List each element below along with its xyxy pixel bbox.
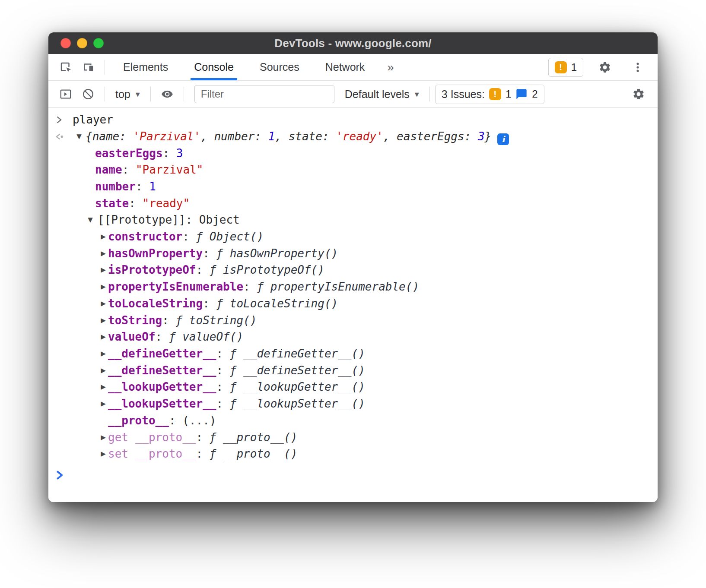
method-row-toString: ▶toString: ƒ toString() [48, 312, 658, 329]
more-options-kebab-button[interactable] [626, 57, 649, 78]
text-segment: } [485, 130, 492, 143]
text-segment: : [196, 447, 210, 460]
text-segment: : [156, 330, 169, 343]
tab-elements[interactable]: Elements [110, 54, 181, 80]
disclosure-triangle-closed[interactable]: ▶ [99, 245, 108, 262]
disclosure-triangle-closed[interactable]: ▶ [99, 312, 108, 329]
tab-network[interactable]: Network [312, 54, 378, 80]
disclosure-triangle-closed[interactable]: ▶ [99, 446, 108, 462]
inspect-element-button[interactable] [54, 57, 77, 78]
console-sidebar-toggle-button[interactable] [54, 84, 77, 104]
text-segment: ƒ __defineSetter__() [230, 364, 365, 377]
sidebar-panel-icon [59, 88, 72, 101]
text-segment: "ready" [143, 197, 190, 210]
text-segment: [[Prototype]] [98, 213, 186, 226]
method-row-toLocaleString: ▶toLocaleString: ƒ toLocaleString() [48, 295, 658, 312]
console-input-row[interactable] [48, 468, 658, 482]
method-row-defineSetter: ▶__defineSetter__: ƒ __defineSetter__() [48, 362, 658, 379]
text-segment: easterEggs [95, 147, 163, 160]
disclosure-triangle-open[interactable]: ▼ [86, 212, 95, 228]
text-segment: : [216, 380, 229, 393]
text-segment: name [95, 163, 122, 176]
tab-label: Console [194, 61, 234, 73]
disclosure-triangle-closed[interactable]: ▶ [99, 228, 108, 245]
issues-counter-button[interactable]: 3 Issues: ! 1 2 [435, 85, 544, 104]
message-bubble-icon [515, 88, 528, 100]
text-segment: ƒ __defineGetter__() [230, 347, 365, 360]
console-command-line: player [48, 111, 658, 128]
text-segment: : [169, 414, 182, 427]
text-segment: : [196, 431, 210, 444]
text-segment: hasOwnProperty [108, 247, 203, 260]
settings-gear-button[interactable] [594, 57, 616, 78]
separator [150, 87, 151, 101]
proto-expander[interactable]: (...) [182, 414, 216, 427]
property-row-proto: __proto__: (...) [48, 412, 658, 429]
console-settings-button[interactable] [627, 84, 650, 104]
text-segment: {name: [86, 130, 133, 143]
text-segment: : [196, 263, 210, 276]
command-chevron-icon [56, 111, 63, 128]
gear-icon [632, 88, 645, 101]
text-segment: ƒ __proto__() [210, 431, 298, 444]
prototype-row: ▼[[Prototype]]: Object [48, 212, 658, 228]
text-segment: ƒ valueOf() [169, 330, 243, 343]
more-tabs-button[interactable]: » [378, 54, 404, 80]
text-segment: 'ready' [336, 130, 383, 143]
disclosure-triangle-closed[interactable]: ▶ [99, 345, 108, 362]
device-toolbar-button[interactable] [77, 57, 99, 78]
tab-sources[interactable]: Sources [247, 54, 312, 80]
disclosure-triangle-closed[interactable]: ▶ [99, 295, 108, 312]
log-levels-selector[interactable]: Default levels ▼ [340, 88, 424, 101]
chevron-down-icon: ▼ [136, 91, 140, 98]
disclosure-triangle-closed[interactable]: ▶ [99, 329, 108, 345]
text-segment: __defineGetter__ [108, 347, 216, 360]
window-title: DevTools - www.google.com/ [48, 37, 658, 50]
console-output: player▼{name: 'Parzival', number: 1, sta… [48, 108, 658, 502]
info-icon: i [497, 133, 509, 145]
filter-input[interactable] [194, 85, 334, 103]
kebab-menu-icon [632, 61, 644, 73]
text-segment: __proto__ [108, 414, 169, 427]
disclosure-triangle-closed[interactable]: ▶ [99, 278, 108, 295]
tab-label: Network [325, 61, 365, 73]
clear-console-button[interactable] [77, 84, 99, 104]
tab-console[interactable]: Console [181, 54, 247, 80]
text-segment: toLocaleString [108, 297, 203, 310]
accessor-row-get-proto: ▶get __proto__: ƒ __proto__() [48, 429, 658, 446]
text-segment: , easterEggs: [383, 130, 478, 143]
text-segment: get __proto__ [108, 431, 196, 444]
log-levels-value: Default levels [345, 88, 410, 101]
text-segment: ƒ __lookupSetter__() [230, 397, 365, 410]
text-segment: : [186, 213, 199, 226]
returned-value-arrow-icon [54, 128, 64, 145]
method-row-hasOwnProperty: ▶hasOwnProperty: ƒ hasOwnProperty() [48, 245, 658, 262]
text-segment: ƒ isPrototypeOf() [210, 263, 324, 276]
property-row-easterEggs: easterEggs: 3 [48, 145, 658, 162]
text-segment: ƒ Object() [196, 230, 264, 243]
text-segment: : [216, 397, 229, 410]
execution-context-selector[interactable]: top ▼ [110, 88, 145, 101]
text-segment: "Parzival" [136, 163, 204, 176]
disclosure-triangle-open[interactable]: ▼ [74, 128, 84, 145]
text-segment: , number: [200, 130, 268, 143]
warnings-counter-button[interactable]: ! 1 [548, 58, 583, 77]
disclosure-triangle-closed[interactable]: ▶ [99, 362, 108, 379]
console-toolbar: top ▼ Default levels ▼ 3 Issues: ! 1 2 [48, 81, 658, 108]
separator [105, 60, 105, 75]
create-live-expression-button[interactable] [156, 84, 178, 104]
warning-badge-icon: ! [555, 61, 567, 73]
text-segment: : [163, 147, 176, 160]
tab-bar-actions: ! 1 [548, 57, 649, 78]
gear-icon [598, 61, 611, 74]
text-segment: ƒ toString() [176, 314, 257, 327]
disclosure-triangle-closed[interactable]: ▶ [99, 395, 108, 412]
disclosure-triangle-closed[interactable]: ▶ [99, 262, 108, 278]
disclosure-triangle-closed[interactable]: ▶ [99, 429, 108, 446]
chevron-double-right-icon: » [387, 60, 394, 74]
warning-count: 1 [571, 61, 577, 73]
disclosure-triangle-closed[interactable]: ▶ [99, 379, 108, 395]
text-segment: 3 [176, 147, 183, 160]
inspect-cursor-icon [59, 61, 72, 74]
console-result-line: ▼{name: 'Parzival', number: 1, state: 'r… [48, 128, 658, 145]
